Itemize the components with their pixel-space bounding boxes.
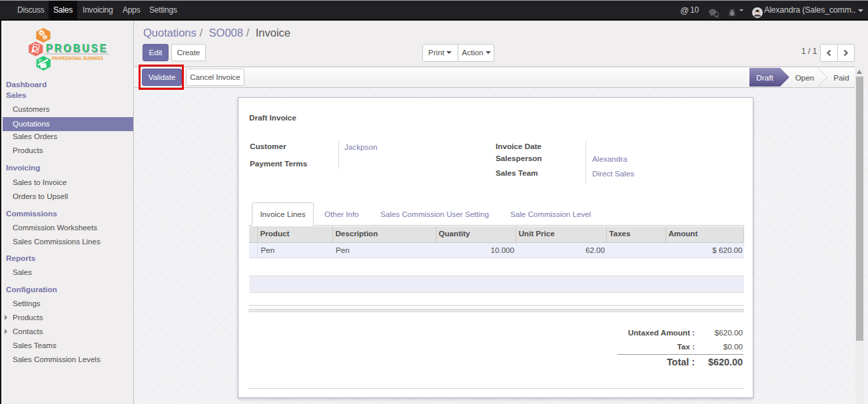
svg-text:Paid: Paid [833,73,849,82]
svg-text:PROBUSE: PROBUSE [46,41,109,54]
svg-text:Open: Open [795,73,815,82]
svg-text:Draft: Draft [756,73,773,82]
svg-text:PROFESSIONAL BUSINESS: PROFESSIONAL BUSINESS [52,55,103,61]
